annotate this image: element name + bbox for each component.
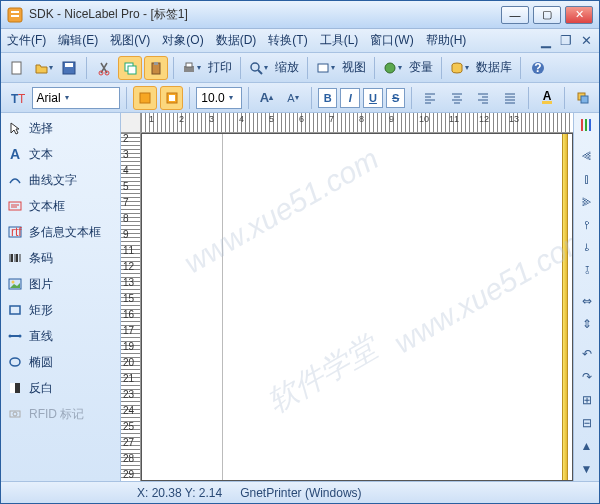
svg-text:T: T	[18, 92, 25, 106]
cut-button[interactable]	[92, 56, 116, 80]
align-center-button[interactable]	[445, 86, 469, 110]
status-printer: GnetPrinter (Windows)	[240, 486, 361, 500]
svg-point-14	[251, 63, 259, 71]
horizontal-ruler: 12345678910111213	[121, 113, 573, 133]
canvas[interactable]: www.xue51.com 软件学堂 www.xue51.com	[141, 133, 573, 481]
italic-button[interactable]: I	[340, 88, 360, 108]
send-back-button[interactable]: ▼	[576, 458, 598, 479]
menu-view[interactable]: 视图(V)	[110, 32, 150, 49]
tool-barcode[interactable]: 条码	[1, 245, 120, 271]
ungroup-button[interactable]: ⊟	[576, 412, 598, 433]
menu-window[interactable]: 窗口(W)	[370, 32, 413, 49]
align-center-h-button[interactable]: ⫿	[576, 168, 598, 189]
svg-rect-1	[11, 11, 19, 13]
right-toolbar: ⫷ ⫿ ⫸ ⫯ ⫰ ⫱ ⇔ ⇕ ↶ ↷ ⊞ ⊟ ▲ ▼	[573, 113, 599, 481]
font-name-combo[interactable]: Arial▾	[32, 87, 121, 109]
menu-convert[interactable]: 转换(T)	[268, 32, 307, 49]
vertical-ruler: 2345789111213151617192021232425272829	[121, 133, 141, 481]
tool-curvetext[interactable]: 曲线文字	[1, 167, 120, 193]
doc-minimize-button[interactable]: ▁	[539, 34, 553, 48]
bold-button[interactable]: B	[318, 88, 338, 108]
text-color-button[interactable]: A	[535, 86, 559, 110]
tool-inverse[interactable]: 反白	[1, 375, 120, 401]
align-right-button[interactable]	[472, 86, 496, 110]
save-button[interactable]	[57, 56, 81, 80]
svg-point-57	[12, 281, 15, 284]
font-increase-button[interactable]: A▴	[255, 86, 279, 110]
font-toolbar: TT Arial▾ 10.0▾ A▴ A▾ B I U S A	[1, 83, 599, 113]
align-left-button[interactable]	[418, 86, 442, 110]
new-button[interactable]	[5, 56, 29, 80]
menu-file[interactable]: 文件(F)	[7, 32, 46, 49]
doc-close-button[interactable]: ✕	[579, 34, 593, 48]
svg-rect-3	[12, 62, 21, 74]
bring-front-button[interactable]: ▲	[576, 435, 598, 456]
font-size-combo[interactable]: 10.0▾	[196, 87, 241, 109]
copy-button[interactable]	[118, 56, 142, 80]
rfid-icon	[7, 406, 23, 422]
menu-object[interactable]: 对象(O)	[162, 32, 203, 49]
view-button[interactable]	[313, 56, 337, 80]
tool-line[interactable]: 直线	[1, 323, 120, 349]
font-type-icon[interactable]: TT	[5, 86, 29, 110]
palette-icon[interactable]	[576, 115, 598, 136]
minimize-button[interactable]: —	[501, 6, 529, 24]
svg-rect-5	[65, 63, 73, 67]
print-button[interactable]	[179, 56, 203, 80]
tool-multiline[interactable]: rtf多信息文本框	[1, 219, 120, 245]
tool-image[interactable]: 图片	[1, 271, 120, 297]
tool-text[interactable]: A文本	[1, 141, 120, 167]
dist-v-button[interactable]: ⇕	[576, 313, 598, 334]
close-button[interactable]: ✕	[565, 6, 593, 24]
variable-button[interactable]	[380, 56, 404, 80]
svg-rect-23	[140, 93, 150, 103]
font-decrease-button[interactable]: A▾	[281, 86, 305, 110]
tool-textbox[interactable]: 文本框	[1, 193, 120, 219]
svg-point-17	[385, 63, 395, 73]
rotate-right-button[interactable]: ↷	[576, 367, 598, 388]
multiline-icon: rtf	[7, 224, 23, 240]
doc-restore-button[interactable]: ❐	[559, 34, 573, 48]
help-button[interactable]: ?	[526, 56, 550, 80]
tool-ellipse[interactable]: 椭圆	[1, 349, 120, 375]
maximize-button[interactable]: ▢	[533, 6, 561, 24]
font-mode2-button[interactable]	[160, 86, 184, 110]
tool-select[interactable]: 选择	[1, 115, 120, 141]
textbox-icon	[7, 198, 23, 214]
zoom-label: 缩放	[275, 59, 299, 76]
standard-toolbar: 打印 缩放 视图 变量 数据库 ?	[1, 53, 599, 83]
page-edge	[562, 134, 568, 480]
workspace: 12345678910111213 2345789111213151617192…	[121, 113, 573, 481]
rotate-left-button[interactable]: ↶	[576, 344, 598, 365]
curvetext-icon	[7, 172, 23, 188]
database-button[interactable]	[447, 56, 471, 80]
svg-rect-11	[154, 62, 158, 65]
menu-tools[interactable]: 工具(L)	[320, 32, 359, 49]
align-right-obj-button[interactable]: ⫸	[576, 191, 598, 212]
barcode-icon	[7, 250, 23, 266]
font-mode1-button[interactable]	[133, 86, 157, 110]
menu-edit[interactable]: 编辑(E)	[58, 32, 98, 49]
svg-line-15	[258, 70, 262, 74]
group-button[interactable]: ⊞	[576, 390, 598, 411]
align-middle-button[interactable]: ⫰	[576, 237, 598, 258]
align-left-obj-button[interactable]: ⫷	[576, 146, 598, 167]
align-justify-button[interactable]	[498, 86, 522, 110]
menu-help[interactable]: 帮助(H)	[426, 32, 467, 49]
view-label: 视图	[342, 59, 366, 76]
svg-point-60	[9, 335, 12, 338]
paste-button[interactable]	[144, 56, 168, 80]
statusbar: X: 20.38 Y: 2.14 GnetPrinter (Windows)	[1, 481, 599, 503]
dist-h-button[interactable]: ⇔	[576, 290, 598, 311]
layer-button[interactable]	[571, 86, 595, 110]
strikethrough-button[interactable]: S	[386, 88, 406, 108]
svg-text:?: ?	[534, 61, 541, 75]
menu-data[interactable]: 数据(D)	[216, 32, 257, 49]
open-button[interactable]	[31, 56, 55, 80]
zoom-button[interactable]	[246, 56, 270, 80]
align-top-button[interactable]: ⫯	[576, 214, 598, 235]
align-bottom-button[interactable]: ⫱	[576, 260, 598, 281]
tool-rect[interactable]: 矩形	[1, 297, 120, 323]
toolbox: 选择 A文本 曲线文字 文本框 rtf多信息文本框 条码 图片 矩形 直线 椭圆…	[1, 113, 121, 481]
underline-button[interactable]: U	[363, 88, 383, 108]
